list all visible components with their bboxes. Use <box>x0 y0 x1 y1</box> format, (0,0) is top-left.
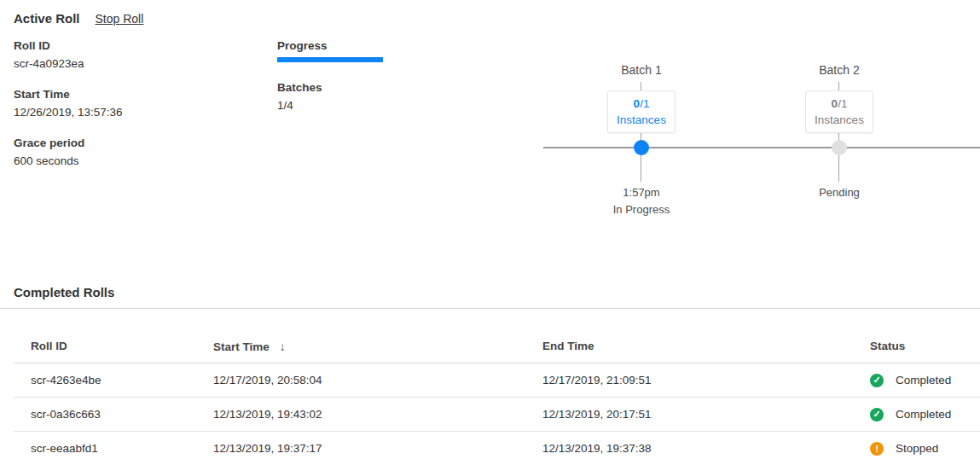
status-completed-icon <box>870 408 884 421</box>
batch-2-instances-card[interactable]: 0/1 Instances <box>805 90 873 133</box>
table-header-row: Roll ID Start Time↓ End Time Status <box>14 329 980 363</box>
end-time-cell: 12/17/2019, 21:09:51 <box>542 374 870 387</box>
batch-2-node-pending <box>832 140 847 155</box>
batch-1-instance-count: 0/1 <box>634 96 650 112</box>
roll-management-page: { "active_roll": { "title": "Active Roll… <box>0 0 980 465</box>
completed-rolls-title: Completed Rolls <box>14 285 114 299</box>
start-time-cell: 12/13/2019, 19:43:02 <box>213 408 542 421</box>
column-header-status: Status <box>870 340 980 352</box>
batch-1-time: 1:57pm <box>590 186 693 199</box>
table-row[interactable]: scr-4263e4be 12/17/2019, 20:58:04 12/17/… <box>14 363 980 398</box>
batch-2-status: Pending <box>788 186 890 199</box>
batch-1-instances-label: Instances <box>617 112 666 128</box>
timeline-batch-1: Batch 1 0/1 Instances 1:57pm In Progress <box>590 0 693 230</box>
timeline-batch-2: Batch 2 0/1 Instances Pending <box>788 0 890 230</box>
status-label: Completed <box>896 374 951 387</box>
batch-2-instances-label: Instances <box>815 112 864 128</box>
status-completed-icon <box>870 374 884 387</box>
table-row[interactable]: scr-0a36c663 12/13/2019, 19:43:02 12/13/… <box>14 398 980 432</box>
batch-timeline: Batch 1 0/1 Instances 1:57pm In Progress… <box>0 0 980 230</box>
status-label: Stopped <box>896 442 938 455</box>
roll-id-cell: scr-eeaabfd1 <box>14 442 213 455</box>
start-time-cell: 12/17/2019, 20:58:04 <box>213 374 542 387</box>
status-cell: Completed <box>870 408 980 421</box>
start-time-cell: 12/13/2019, 19:37:17 <box>213 442 542 455</box>
batch-1-instances-card[interactable]: 0/1 Instances <box>607 90 676 133</box>
status-cell: Completed <box>870 374 980 387</box>
table-body: scr-4263e4be 12/17/2019, 20:58:04 12/17/… <box>14 363 980 465</box>
column-header-end-time: End Time <box>542 340 870 352</box>
roll-id-cell: scr-4263e4be <box>14 374 213 387</box>
end-time-cell: 12/13/2019, 20:17:51 <box>542 408 870 421</box>
batch-1-node-in-progress <box>634 140 649 155</box>
column-header-start-time[interactable]: Start Time↓ <box>213 340 542 353</box>
timeline-axis <box>543 147 980 148</box>
batch-1-status: In Progress <box>590 203 693 216</box>
status-cell: Stopped <box>870 442 980 456</box>
batch-2-instance-count: 0/1 <box>832 96 848 112</box>
section-divider <box>0 308 980 309</box>
status-label: Completed <box>896 408 951 421</box>
completed-rolls-table: Roll ID Start Time↓ End Time Status scr-… <box>14 329 980 465</box>
batch-2-name: Batch 2 <box>788 63 890 77</box>
sort-descending-icon[interactable]: ↓ <box>280 340 286 353</box>
batch-1-name: Batch 1 <box>590 63 693 77</box>
column-header-roll-id: Roll ID <box>14 340 213 352</box>
table-row[interactable]: scr-eeaabfd1 12/13/2019, 19:37:17 12/13/… <box>14 432 980 465</box>
end-time-cell: 12/13/2019, 19:37:38 <box>542 442 870 455</box>
roll-id-cell: scr-0a36c663 <box>14 408 213 421</box>
status-stopped-icon <box>870 442 884 456</box>
